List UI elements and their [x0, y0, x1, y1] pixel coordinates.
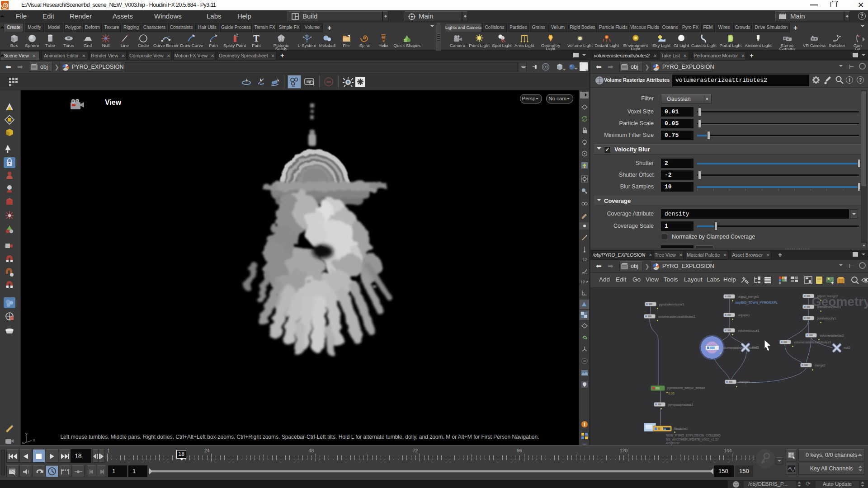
- svg-text:T: T: [253, 33, 259, 43]
